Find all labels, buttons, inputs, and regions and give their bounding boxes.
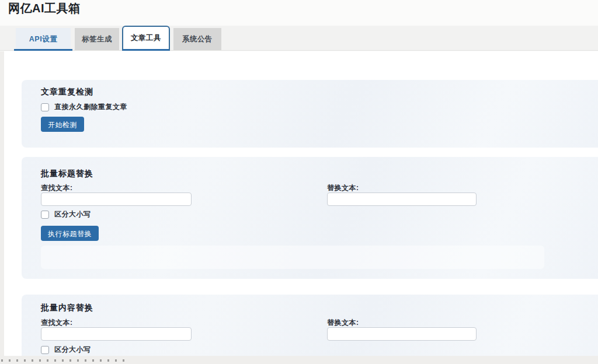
delete-duplicates-checkbox-row: 直接永久删除重复文章 — [41, 102, 127, 112]
title-case-sensitive-label: 区分大小写 — [54, 209, 91, 219]
card-content-replace: 批量内容替换 查找文本: 替换文本: 区分大小写 — [22, 295, 598, 356]
tab-tag-generation[interactable]: 标签生成 — [75, 28, 119, 50]
card-duplicate-detection: 文章重复检测 直接永久删除重复文章 开始检测 — [22, 80, 598, 148]
tab-tag-generation-label: 标签生成 — [82, 34, 112, 44]
tab-api-settings-label: API设置 — [29, 34, 57, 44]
article-tools-panel: 文章重复检测 直接永久删除重复文章 开始检测 批量标题替换 查找文本: 替换文本… — [4, 51, 598, 356]
title-find-input[interactable] — [41, 192, 192, 206]
content-replace-input[interactable] — [327, 327, 477, 341]
title-replace-title: 批量标题替换 — [41, 169, 93, 179]
bottom-page-strip — [0, 356, 598, 364]
page-title: 网亿AI工具箱 — [8, 1, 81, 16]
start-detection-button[interactable]: 开始检测 — [41, 117, 84, 132]
title-case-sensitive-checkbox[interactable] — [41, 211, 49, 219]
title-replace-result-area — [41, 246, 544, 269]
content-case-sensitive-checkbox[interactable] — [41, 346, 49, 354]
content-find-input[interactable] — [41, 327, 192, 341]
tab-system-notice[interactable]: 系统公告 — [173, 28, 221, 50]
execute-title-replace-button[interactable]: 执行标题替换 — [41, 226, 99, 241]
tab-bar: API设置 标签生成 文章工具 系统公告 — [0, 26, 598, 51]
delete-duplicates-checkbox[interactable] — [41, 103, 49, 111]
duplicate-detection-title: 文章重复检测 — [41, 87, 93, 97]
tab-api-underline — [14, 49, 72, 51]
card-title-replace: 批量标题替换 查找文本: 替换文本: 区分大小写 执行标题替换 — [22, 157, 598, 279]
clipped-text-remnant — [1, 359, 128, 362]
page-left-edge — [0, 51, 4, 356]
content-case-sensitive-label: 区分大小写 — [54, 345, 91, 355]
page-header: 网亿AI工具箱 — [0, 0, 598, 26]
tab-api-settings[interactable]: API设置 — [16, 28, 71, 50]
title-replace-input[interactable] — [327, 192, 477, 206]
content-find-label: 查找文本: — [41, 318, 73, 328]
title-replace-label: 替换文本: — [327, 183, 359, 193]
delete-duplicates-checkbox-label: 直接永久删除重复文章 — [54, 102, 127, 112]
tab-article-tools[interactable]: 文章工具 — [122, 26, 170, 51]
content-case-checkbox-row: 区分大小写 — [41, 345, 91, 355]
tab-system-notice-label: 系统公告 — [182, 34, 213, 44]
title-case-checkbox-row: 区分大小写 — [41, 209, 91, 219]
content-replace-title: 批量内容替换 — [41, 303, 93, 313]
title-find-label: 查找文本: — [41, 183, 73, 193]
tab-article-tools-label: 文章工具 — [131, 33, 161, 43]
content-replace-label: 替换文本: — [327, 318, 359, 328]
